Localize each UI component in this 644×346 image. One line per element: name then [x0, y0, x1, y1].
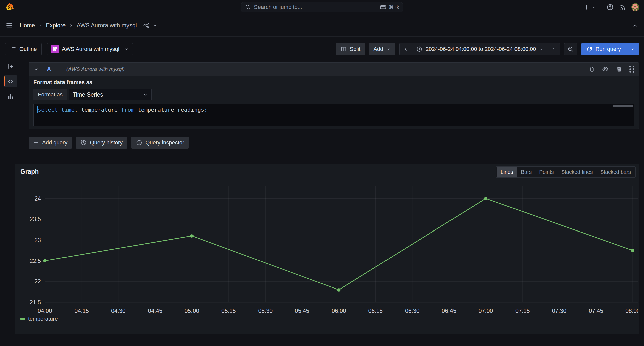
keyboard-icon — [380, 4, 387, 10]
datasource-icon — [51, 45, 59, 53]
time-range-button[interactable]: 2024-06-24 04:00:00 to 2024-06-24 08:00:… — [412, 43, 547, 55]
svg-text:07:00: 07:00 — [479, 308, 493, 314]
format-as-select[interactable]: Time Series — [69, 89, 152, 100]
graph-panel: Graph Lines Bars Points Stacked lines St… — [15, 164, 639, 334]
svg-text:05:45: 05:45 — [295, 308, 309, 314]
sync-icon — [586, 46, 592, 52]
new-menu-button[interactable] — [583, 4, 596, 10]
grafana-logo-icon[interactable] — [5, 3, 14, 12]
breadcrumb-explore[interactable]: Explore — [46, 22, 66, 29]
svg-text:06:00: 06:00 — [332, 308, 346, 314]
split-button[interactable]: Split — [336, 43, 365, 55]
zoom-out-button[interactable] — [564, 43, 577, 55]
run-query-dropdown[interactable] — [626, 43, 639, 55]
rail-code-button[interactable] — [4, 75, 17, 87]
copy-icon[interactable] — [588, 66, 595, 72]
trash-icon[interactable] — [616, 66, 622, 72]
plus-icon — [583, 4, 590, 10]
mode-bars[interactable]: Bars — [517, 167, 535, 177]
time-series-chart[interactable]: 21.52222.52323.52404:0004:1504:3004:4505… — [16, 181, 638, 316]
editor-scrollbar[interactable] — [613, 105, 633, 107]
svg-text:04:15: 04:15 — [75, 308, 89, 314]
drag-handle[interactable] — [629, 66, 634, 73]
svg-text:04:00: 04:00 — [38, 308, 52, 314]
sql-query-text: select time, temperature from temperatur… — [37, 106, 208, 113]
svg-text:06:15: 06:15 — [368, 308, 383, 314]
chevron-down-icon — [630, 47, 635, 51]
sql-code-editor[interactable]: select time, temperature from temperatur… — [33, 104, 634, 126]
info-icon — [136, 139, 142, 146]
svg-text:07:45: 07:45 — [589, 308, 603, 314]
mode-stacked-bars[interactable]: Stacked bars — [596, 167, 635, 177]
top-navigation-bar: Search or jump to... ⌘+k — [0, 0, 644, 14]
search-placeholder: Search or jump to... — [254, 4, 377, 10]
run-query-split-button: Run query — [581, 43, 639, 55]
breadcrumb-current: AWS Aurora with mysql — [77, 22, 137, 29]
mode-stacked-lines[interactable]: Stacked lines — [558, 167, 597, 177]
legend-item-temperature[interactable]: temperature — [20, 316, 58, 322]
menu-icon[interactable] — [6, 22, 13, 29]
graph-panel-title: Graph — [20, 168, 39, 175]
split-icon — [341, 46, 347, 52]
chevron-down-icon[interactable] — [153, 23, 157, 28]
svg-text:05:00: 05:00 — [185, 308, 199, 314]
svg-text:06:45: 06:45 — [442, 308, 456, 314]
svg-text:21.5: 21.5 — [30, 299, 41, 306]
time-picker-group: 2024-06-24 04:00:00 to 2024-06-24 08:00:… — [399, 43, 560, 55]
search-icon — [245, 4, 251, 10]
mode-lines[interactable]: Lines — [497, 167, 517, 177]
svg-text:05:15: 05:15 — [221, 308, 236, 314]
breadcrumb-divider — [626, 22, 626, 29]
query-history-button[interactable]: Query history — [76, 137, 127, 149]
query-ref-id[interactable]: A — [47, 66, 51, 73]
help-icon[interactable] — [606, 3, 614, 11]
breadcrumb-home[interactable]: Home — [20, 22, 35, 29]
query-datasource-hint: (AWS Aurora with mysql) — [66, 66, 125, 72]
query-row-header[interactable]: A (AWS Aurora with mysql) — [29, 63, 639, 76]
code-icon — [7, 78, 14, 85]
svg-text:06:30: 06:30 — [405, 308, 420, 314]
run-query-button[interactable]: Run query — [581, 43, 626, 55]
svg-text:22: 22 — [34, 278, 41, 285]
datasource-label: AWS Aurora with mysql — [62, 46, 119, 52]
text-cursor — [37, 106, 38, 113]
chevron-up-icon[interactable] — [632, 22, 638, 29]
eye-icon[interactable] — [602, 66, 609, 73]
time-back-button[interactable] — [400, 43, 412, 55]
history-icon — [80, 139, 87, 146]
share-icon[interactable] — [143, 22, 149, 29]
news-icon[interactable] — [619, 3, 626, 11]
query-inspector-button[interactable]: Query inspector — [131, 137, 189, 149]
chevron-right-icon — [551, 47, 556, 52]
chevron-down-icon[interactable] — [33, 66, 39, 72]
format-as-value: Time Series — [73, 91, 143, 98]
format-section-label: Format data frames as — [33, 79, 634, 86]
svg-text:08:00: 08:00 — [625, 308, 638, 314]
time-forward-button[interactable] — [547, 43, 560, 55]
time-range-label: 2024-06-24 04:00:00 to 2024-06-24 08:00:… — [426, 46, 536, 52]
chevron-down-icon — [592, 5, 596, 9]
outline-button[interactable]: Outline — [5, 43, 42, 55]
svg-text:05:30: 05:30 — [258, 308, 273, 314]
search-input[interactable]: Search or jump to... ⌘+k — [241, 2, 403, 12]
chevron-left-icon — [403, 47, 408, 52]
chevron-down-icon — [386, 47, 391, 51]
add-query-button[interactable]: Add query — [29, 137, 72, 149]
svg-text:22.5: 22.5 — [30, 258, 41, 264]
chevron-right-icon — [38, 23, 42, 27]
svg-text:23: 23 — [34, 237, 41, 243]
svg-text:23.5: 23.5 — [30, 216, 41, 222]
mode-points[interactable]: Points — [535, 167, 557, 177]
avatar[interactable] — [631, 3, 639, 11]
zoom-out-icon — [567, 46, 574, 52]
datasource-picker[interactable]: AWS Aurora with mysql — [47, 43, 133, 55]
add-button[interactable]: Add — [369, 43, 395, 55]
legend-label: temperature — [28, 316, 58, 322]
svg-text:24: 24 — [34, 195, 41, 202]
query-editor-row: A (AWS Aurora with mysql) Format data fr… — [29, 62, 639, 129]
format-as-label: Format as — [33, 89, 67, 100]
rail-bar-chart-button[interactable] — [4, 90, 17, 102]
outline-icon — [10, 46, 16, 52]
explore-toolbar: Outline AWS Aurora with mysql Split Add — [0, 37, 644, 62]
rail-expand-pane-button[interactable] — [4, 60, 17, 72]
